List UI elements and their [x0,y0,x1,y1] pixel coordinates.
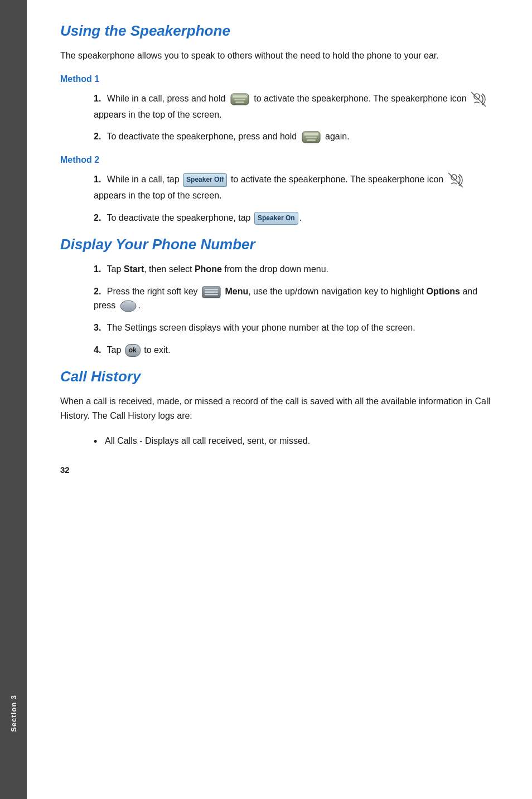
method1-steps: 1. While in a call, press and hold [94,91,499,144]
speakerphone-intro: The speakerphone allows you to speak to … [60,49,499,63]
page-wrapper: Section 3 Using the Speakerphone The spe… [0,0,532,799]
svg-rect-8 [306,137,317,138]
method2-step2: 2. To deactivate the speakerphone, tap S… [94,211,499,225]
step-dp-1: 1. [94,264,101,274]
speakerphone-title: Using the Speakerphone [60,22,499,40]
display-step3: 3. The Settings screen displays with you… [94,321,499,335]
page-number: 32 [60,465,499,474]
oval-ok-icon [120,300,137,312]
step-num-2: 2. [94,132,101,141]
call-history-title: Call History [60,368,499,385]
start-label: Start [124,264,144,274]
svg-rect-1 [233,95,247,98]
display-phone-title: Display Your Phone Number [60,236,499,253]
speakerphone-icon [470,91,487,108]
send-button-icon-2 [301,130,321,144]
display-step4: 4. Tap ok to exit. [94,343,499,357]
step-dp-4: 4. [94,345,101,355]
display-step1: 1. Tap Start, then select Phone from the… [94,262,499,277]
speaker-off-button[interactable]: Speaker Off [183,173,227,186]
svg-point-10 [451,175,457,180]
svg-rect-9 [307,139,316,141]
display-step2: 2. Press the right soft key Menu, u [94,284,499,313]
svg-rect-3 [235,101,244,103]
method2-header: Method 2 [60,155,499,165]
ok-button[interactable]: ok [125,344,141,357]
call-history-bullets: All Calls - Displays all call received, … [94,434,499,448]
method1-header: Method 1 [60,74,499,84]
method1-step1: 1. While in a call, press and hold [94,91,499,122]
menu-label: Menu [225,287,248,296]
svg-rect-2 [234,99,245,100]
sidebar-label: Section 3 [9,695,18,732]
svg-rect-13 [205,289,218,290]
svg-rect-15 [205,294,218,296]
method2-step1: 1. While in a call, tap Speaker Off to a… [94,172,499,203]
sidebar: Section 3 [0,0,27,799]
method2-steps: 1. While in a call, tap Speaker Off to a… [94,172,499,225]
call-history-intro: When a call is received, made, or missed… [60,394,499,423]
step-num-m2-2: 2. [94,213,101,222]
method1-step2: 2. To deactivate the speakerphone, press… [94,129,499,144]
call-history-bullet-1: All Calls - Displays all call received, … [94,434,499,448]
main-content: Using the Speakerphone The speakerphone … [27,0,532,799]
svg-rect-14 [205,291,218,293]
speaker-on-button[interactable]: Speaker On [254,212,298,225]
svg-rect-7 [304,133,318,135]
send-button-icon [230,93,250,106]
step-num: 1. [94,94,101,103]
phone-label: Phone [195,264,222,274]
step-dp-3: 3. [94,323,101,332]
display-phone-steps: 1. Tap Start, then select Phone from the… [94,262,499,357]
svg-point-4 [474,94,480,99]
step-num-m2-1: 1. [94,175,101,184]
svg-point-16 [120,301,136,312]
step-dp-2: 2. [94,287,101,296]
speakerphone-icon-2 [447,172,464,188]
menu-key-icon [202,286,221,298]
options-label: Options [427,287,460,296]
